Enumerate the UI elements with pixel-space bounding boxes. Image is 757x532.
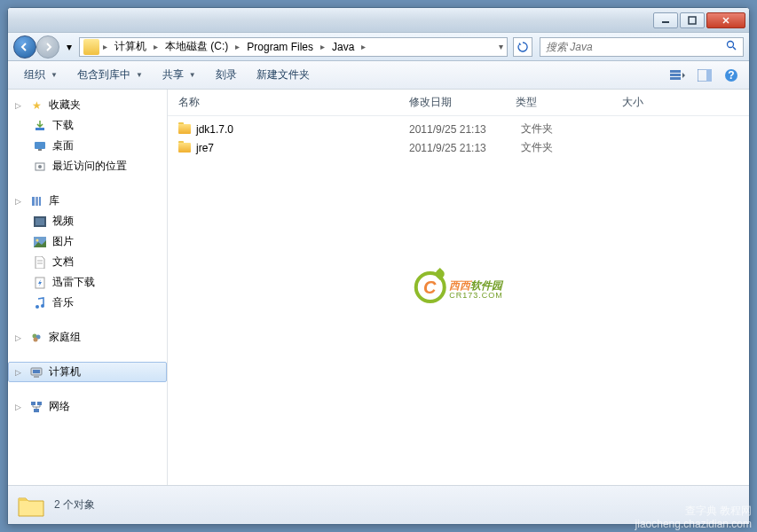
new-folder-button[interactable]: 新建文件夹 [248, 64, 319, 86]
status-text: 2 个对象 [54, 497, 95, 512]
svg-rect-34 [33, 370, 40, 373]
breadcrumb[interactable]: ▸ 计算机 ▸ 本地磁盘 (C:) ▸ Program Files ▸ Java… [79, 37, 508, 57]
desktop-icon [33, 139, 47, 153]
history-dropdown[interactable]: ▾ [63, 36, 75, 58]
search-input[interactable] [546, 41, 726, 53]
sidebar-homegroup[interactable]: ▷ 家庭组 [8, 327, 167, 348]
sidebar-item-music[interactable]: 音乐 [8, 293, 167, 313]
column-name[interactable]: 名称 [178, 95, 409, 110]
breadcrumb-item[interactable]: 本地磁盘 (C:) [160, 38, 233, 56]
svg-rect-37 [37, 402, 42, 405]
sidebar: ▷ ★ 收藏夹 下载 桌面 最近访问的位置 ▷ 库 视频 图片 文档 迅雷下载 … [8, 90, 168, 485]
svg-point-28 [35, 305, 39, 309]
sidebar-item-desktop[interactable]: 桌面 [8, 136, 167, 156]
minimize-button[interactable] [653, 12, 678, 28]
maximize-button[interactable] [680, 12, 705, 28]
sidebar-favorites[interactable]: ▷ ★ 收藏夹 [8, 95, 167, 115]
svg-rect-14 [35, 142, 45, 149]
chevron-right-icon: ▸ [152, 42, 160, 51]
file-pane: 名称 修改日期 类型 大小 jdk1.7.0 2011/9/25 21:13 文… [168, 90, 749, 485]
sidebar-item-downloads[interactable]: 下载 [8, 115, 167, 136]
column-size[interactable]: 大小 [622, 95, 693, 110]
homegroup-icon [29, 331, 43, 345]
svg-rect-15 [38, 149, 42, 151]
preview-pane-button[interactable] [694, 65, 715, 86]
sidebar-libraries[interactable]: ▷ 库 [8, 191, 167, 211]
download-icon [33, 119, 47, 133]
sidebar-item-thunder[interactable]: 迅雷下载 [8, 272, 167, 293]
recent-icon [33, 160, 47, 174]
svg-point-29 [41, 304, 44, 308]
file-list: jdk1.7.0 2011/9/25 21:13 文件夹 jre7 2011/9… [168, 116, 749, 160]
svg-point-4 [728, 41, 734, 47]
collapse-icon: ▷ [15, 197, 24, 206]
column-headers: 名称 修改日期 类型 大小 [168, 90, 749, 116]
file-row[interactable]: jre7 2011/9/25 21:13 文件夹 [168, 138, 749, 157]
sidebar-item-pictures[interactable]: 图片 [8, 231, 167, 252]
svg-point-17 [38, 165, 42, 168]
refresh-button[interactable] [513, 37, 532, 57]
svg-rect-22 [35, 218, 44, 225]
breadcrumb-item[interactable]: 计算机 [109, 38, 152, 56]
collapse-icon: ▷ [15, 368, 24, 377]
svg-rect-8 [670, 77, 681, 80]
search-box[interactable] [540, 37, 744, 57]
network-icon [29, 400, 43, 414]
burn-button[interactable]: 刻录 [207, 64, 246, 86]
folder-large-icon [17, 493, 45, 518]
svg-text:?: ? [728, 69, 734, 82]
close-button[interactable] [706, 12, 745, 28]
video-icon [33, 215, 47, 229]
svg-rect-20 [39, 197, 41, 206]
computer-icon [29, 365, 43, 379]
toolbar: 组织▼ 包含到库中▼ 共享▼ 刻录 新建文件夹 ? [8, 61, 749, 90]
sidebar-network[interactable]: ▷ 网络 [8, 396, 167, 417]
column-type[interactable]: 类型 [516, 95, 622, 110]
svg-rect-36 [31, 402, 35, 405]
svg-rect-6 [670, 70, 681, 73]
sidebar-computer[interactable]: ▷ 计算机 [8, 362, 167, 382]
picture-icon [33, 235, 47, 249]
share-button[interactable]: 共享▼ [154, 64, 205, 86]
view-button[interactable] [667, 65, 689, 86]
music-icon [33, 296, 47, 310]
forward-button[interactable] [36, 35, 59, 59]
svg-rect-18 [32, 197, 35, 206]
chevron-right-icon: ▸ [101, 42, 109, 51]
chevron-right-icon: ▸ [359, 42, 367, 51]
star-icon: ★ [29, 98, 43, 113]
svg-point-24 [36, 239, 39, 241]
titlebar [8, 8, 749, 33]
document-icon [33, 255, 47, 270]
svg-rect-1 [689, 17, 696, 24]
folder-icon [178, 143, 191, 153]
library-icon [29, 194, 43, 208]
statusbar: 2 个对象 [8, 485, 749, 524]
thunder-icon [33, 276, 47, 290]
svg-line-5 [733, 47, 736, 50]
chevron-right-icon: ▸ [233, 42, 241, 51]
sidebar-item-recent[interactable]: 最近访问的位置 [8, 156, 167, 176]
folder-icon [178, 124, 191, 134]
back-button[interactable] [13, 35, 36, 59]
search-icon [726, 40, 737, 54]
column-date[interactable]: 修改日期 [409, 95, 516, 110]
chevron-right-icon: ▸ [319, 42, 327, 51]
include-library-button[interactable]: 包含到库中▼ [68, 64, 152, 86]
svg-rect-13 [35, 128, 44, 130]
file-row[interactable]: jdk1.7.0 2011/9/25 21:13 文件夹 [168, 120, 749, 138]
organize-button[interactable]: 组织▼ [15, 64, 67, 86]
watermark-logo: C 西西软件园 CR173.COM [414, 271, 503, 303]
sidebar-item-videos[interactable]: 视频 [8, 211, 167, 231]
navbar: ▾ ▸ 计算机 ▸ 本地磁盘 (C:) ▸ Program Files ▸ Ja… [8, 33, 749, 61]
collapse-icon: ▷ [15, 101, 24, 110]
chevron-down-icon[interactable]: ▾ [497, 42, 505, 51]
svg-rect-10 [706, 69, 712, 82]
breadcrumb-item[interactable]: Java [327, 38, 359, 56]
breadcrumb-item[interactable]: Program Files [241, 38, 319, 56]
folder-icon [83, 39, 99, 55]
explorer-window: ▾ ▸ 计算机 ▸ 本地磁盘 (C:) ▸ Program Files ▸ Ja… [7, 7, 750, 525]
help-button[interactable]: ? [721, 65, 742, 86]
sidebar-item-documents[interactable]: 文档 [8, 252, 167, 272]
svg-rect-35 [34, 376, 39, 378]
